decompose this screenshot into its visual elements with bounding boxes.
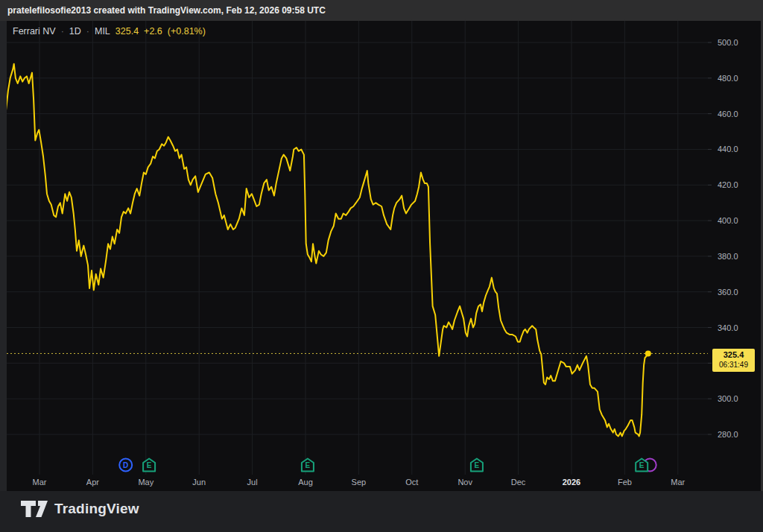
series-group: [6, 64, 648, 437]
legend-last-price: 325.4: [115, 26, 139, 37]
earnings-marker-icon[interactable]: E: [302, 459, 314, 472]
earnings-letter: E: [639, 461, 645, 469]
symbol-name[interactable]: Ferrari NV: [13, 26, 56, 37]
last-price-dot: [645, 350, 651, 356]
time-axis-label: Apr: [86, 478, 99, 487]
price-axis-label: 380.0: [718, 252, 738, 261]
dividend-letter: D: [123, 461, 128, 469]
price-axis-label: 420.0: [718, 180, 738, 189]
badge-countdown: 06:31:49: [712, 361, 755, 370]
legend-separator: ·: [86, 26, 89, 37]
time-axis-label: Dec: [511, 478, 526, 487]
chart-canvas[interactable]: MarAprMayJunJulAugSepOctNovDec2026FebMar…: [0, 0, 763, 532]
time-axis-label: Aug: [298, 478, 313, 487]
earnings-marker-icon[interactable]: E: [636, 459, 656, 472]
tradingview-published-chart: pratelefilosofie2013 created with Tradin…: [0, 0, 763, 532]
time-axis-label: Jun: [192, 478, 206, 487]
time-axis-label: May: [138, 478, 153, 487]
price-axis-label: 480.0: [718, 74, 738, 83]
footer-bar: TradingView: [0, 491, 763, 532]
time-axis-label: 2026: [563, 478, 580, 487]
time-axis-label: Jul: [247, 478, 258, 487]
earnings-letter: E: [305, 461, 311, 469]
price-axis-label: 300.0: [718, 394, 738, 403]
price-axis-label: 360.0: [718, 288, 738, 297]
time-axis-label: Mar: [671, 478, 685, 487]
earnings-marker-icon[interactable]: E: [143, 459, 155, 472]
time-axis-label: Sep: [352, 478, 367, 487]
price-axis-label: 340.0: [718, 323, 738, 332]
earnings-letter: E: [147, 461, 152, 469]
time-axis-label: Oct: [405, 478, 418, 487]
tradingview-logo-icon: [21, 501, 48, 517]
tradingview-logo-text: TradingView: [54, 501, 139, 517]
earnings-marker-icon[interactable]: E: [471, 459, 483, 472]
dividend-marker-icon[interactable]: D: [119, 459, 132, 472]
price-axis-label: 500.0: [718, 38, 738, 47]
price-axis-label: 440.0: [718, 145, 738, 153]
last-price-badge: 325.4 06:31:49: [712, 349, 755, 372]
price-axis-label: 280.0: [718, 430, 738, 439]
badge-price: 325.4: [712, 350, 755, 361]
exchange-label: MIL: [95, 26, 110, 37]
price-axis-label: 460.0: [718, 110, 738, 118]
tradingview-logo[interactable]: TradingView: [21, 501, 139, 517]
time-axis-label: Feb: [618, 478, 632, 487]
time-axis-label: Mar: [33, 478, 47, 487]
time-axis-label: Nov: [458, 478, 472, 487]
legend-separator: ·: [61, 26, 64, 37]
legend-change-percent: (+0.81%): [168, 26, 206, 37]
price-axis-label: 400.0: [718, 216, 738, 225]
price-line-series: [6, 64, 648, 437]
symbol-legend[interactable]: Ferrari NV · 1D · MIL 325.4 +2.6 (+0.81%…: [13, 26, 206, 37]
interval-label[interactable]: 1D: [69, 26, 81, 37]
earnings-letter: E: [475, 461, 480, 469]
legend-change: +2.6: [144, 26, 162, 37]
